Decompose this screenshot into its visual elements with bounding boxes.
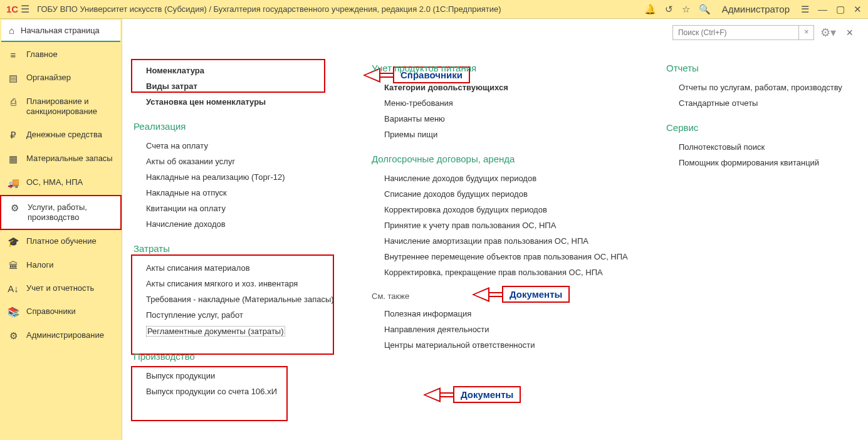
sidebar-item-label: Услуги, работы, производство <box>28 202 113 223</box>
sidebar-item-0[interactable]: ≡Главное <box>0 43 122 66</box>
sidebar-item-8[interactable]: 🏛Налоги <box>0 254 122 277</box>
column-1: НоменклатураВиды затратУстановка цен ном… <box>133 63 340 399</box>
home-label: Начальная страница <box>21 26 100 35</box>
col2-g0-link-0[interactable]: Категории довольствующихся <box>372 80 635 95</box>
sidebar-item-4[interactable]: ▦Материальные запасы <box>0 147 122 171</box>
column-3: ОтчетыОтчеты по услугам, работам, произв… <box>666 63 868 399</box>
col2-g2-link-1[interactable]: Направления деятельности <box>372 322 635 337</box>
sidebar-item-label: Платное обучение <box>26 236 97 246</box>
sidebar-item-label: Справочники <box>26 306 76 317</box>
sidebar-item-icon: 🎓 <box>8 236 19 248</box>
col3-g1-title: Сервис <box>666 122 868 133</box>
minimize-icon[interactable]: — <box>818 4 827 14</box>
user-label[interactable]: Администратор <box>722 4 790 14</box>
sidebar-item-1[interactable]: ▤Органайзер <box>0 66 122 90</box>
home-link[interactable]: ⌂ Начальная страница <box>1 20 120 42</box>
col1-g2-link-1[interactable]: Акты списания мягкого и хоз. инвентаря <box>133 276 340 291</box>
col3-g0-title: Отчеты <box>666 63 868 73</box>
col1-g2-link-4[interactable]: Регламентные документы (затраты) <box>133 323 340 340</box>
col1-g1-link-0[interactable]: Счета на оплату <box>133 138 340 154</box>
hamburger-icon[interactable]: ☰ <box>21 3 29 15</box>
sidebar-item-label: Материальные запасы <box>26 154 113 164</box>
col2-g2-link-2[interactable]: Центры материальной ответственности <box>372 337 635 353</box>
col1-g0-link-1[interactable]: Виды затрат <box>133 78 340 94</box>
sidebar-item-label: Налоги <box>26 260 54 270</box>
sidebar-item-6[interactable]: ⚙Услуги, работы, производство <box>0 195 122 231</box>
col3-g1-link-1[interactable]: Помощник формирования квитанций <box>666 155 868 170</box>
sidebar-item-9[interactable]: A↓Учет и отчетность <box>0 277 122 300</box>
bell-icon[interactable]: 🔔 <box>644 4 656 15</box>
sidebar-item-icon: ₽ <box>8 130 19 141</box>
sidebar-item-10[interactable]: 📚Справочники <box>0 300 122 324</box>
col1-g1-title: Реализация <box>133 121 340 132</box>
col2-g0-link-1[interactable]: Меню-требования <box>372 95 635 111</box>
sidebar-item-icon: ▤ <box>8 73 19 84</box>
col2-g0-link-2[interactable]: Варианты меню <box>372 111 635 127</box>
content-area: × ⚙▾ × Справочники Документы Документы Н… <box>122 19 868 440</box>
logo-1c: 1C <box>6 4 18 14</box>
col1-g1-link-1[interactable]: Акты об оказании услуг <box>133 154 340 169</box>
col1-g1-link-3[interactable]: Накладные на отпуск <box>133 185 340 201</box>
col2-g1-link-2[interactable]: Корректировка доходов будущих периодов <box>372 202 635 217</box>
col2-g2-link-0[interactable]: Полезная информация <box>372 306 635 322</box>
col1-g3-link-0[interactable]: Выпуск продукции <box>133 368 340 384</box>
sidebar-item-label: Администрирование <box>26 330 104 340</box>
sidebar-item-icon: ⚙ <box>9 202 20 214</box>
col1-g2-link-2[interactable]: Требования - накладные (Материальные зап… <box>133 291 340 307</box>
sidebar-item-label: ОС, НМА, НПА <box>26 177 83 187</box>
col1-g2-title: Затраты <box>133 243 340 254</box>
sidebar-item-icon: A↓ <box>8 283 19 294</box>
sidebar-item-icon: ⚙ <box>8 330 19 342</box>
sidebar-item-label: Планирование и санкционирование <box>26 97 114 117</box>
col1-g2-link-3[interactable]: Поступление услуг, работ <box>133 307 340 323</box>
column-2: Учет продуктов питанияКатегории довольст… <box>372 63 635 399</box>
titlebar: 1C ☰ ГОБУ ВПО Университет искусств (Субс… <box>0 0 868 19</box>
search-box: × <box>672 25 815 40</box>
close-icon[interactable]: ✕ <box>854 4 862 15</box>
close-fn-icon[interactable]: × <box>842 26 857 39</box>
sidebar-item-5[interactable]: 🚚ОС, НМА, НПА <box>0 171 122 195</box>
col3-g1-link-0[interactable]: Полнотекстовый поиск <box>666 139 868 155</box>
col2-g1-link-5[interactable]: Внутреннее перемещение объектов прав пол… <box>372 249 635 265</box>
col2-g1-title: Долгосрочные договоры, аренда <box>372 154 635 164</box>
sidebar-item-icon: 🚚 <box>8 177 19 189</box>
history-icon[interactable]: ↺ <box>665 4 673 15</box>
sidebar-item-label: Денежные средства <box>26 130 102 140</box>
gear-icon[interactable]: ⚙▾ <box>818 26 839 39</box>
col1-g3-link-1[interactable]: Выпуск продукции со счета 106.хИ <box>133 384 340 399</box>
star-icon[interactable]: ☆ <box>682 4 690 15</box>
col2-g1-link-6[interactable]: Корректировка, прекращение прав пользова… <box>372 265 635 280</box>
col1-g1-link-5[interactable]: Начисление доходов <box>133 216 340 232</box>
sidebar-item-3[interactable]: ₽Денежные средства <box>0 123 122 147</box>
sidebar-item-icon: 📚 <box>8 306 19 318</box>
col1-g1-link-2[interactable]: Накладные на реализацию (Торг-12) <box>133 169 340 185</box>
window-title: ГОБУ ВПО Университет искусств (Субсидия)… <box>37 4 644 14</box>
maximize-icon[interactable]: ▢ <box>836 4 845 15</box>
col1-g2-link-0[interactable]: Акты списания материалов <box>133 260 340 276</box>
sidebar: ⌂ Начальная страница ≡Главное▤Органайзер… <box>0 19 122 440</box>
sidebar-item-7[interactable]: 🎓Платное обучение <box>0 230 122 254</box>
col2-g0-link-3[interactable]: Приемы пищи <box>372 127 635 142</box>
col3-g0-link-0[interactable]: Отчеты по услугам, работам, производству <box>666 80 868 95</box>
col1-g1-link-4[interactable]: Квитанции на оплату <box>133 201 340 216</box>
col2-g1-link-4[interactable]: Начисление амортизации прав пользования … <box>372 233 635 249</box>
sidebar-item-icon: ≡ <box>8 50 19 60</box>
sidebar-item-2[interactable]: ⎙Планирование и санкционирование <box>0 90 122 123</box>
col1-g0-link-2[interactable]: Установка цен номенклатуры <box>133 94 340 110</box>
search-clear-icon[interactable]: × <box>798 26 814 39</box>
col3-g0-link-1[interactable]: Стандартные отчеты <box>666 95 868 111</box>
col2-g1-link-0[interactable]: Начисление доходов будущих периодов <box>372 170 635 186</box>
menu-icon[interactable]: ☰ <box>801 4 809 15</box>
sidebar-item-11[interactable]: ⚙Администрирование <box>0 324 122 348</box>
sidebar-item-icon: 🏛 <box>8 260 19 271</box>
see-also-label: См. также <box>372 291 635 301</box>
col2-g1-link-3[interactable]: Принятие к учету прав пользования ОС, НП… <box>372 217 635 233</box>
col2-g0-title: Учет продуктов питания <box>372 63 635 73</box>
col2-g1-link-1[interactable]: Списание доходов будущих периодов <box>372 186 635 202</box>
sidebar-item-label: Главное <box>26 50 58 60</box>
search-icon[interactable]: 🔍 <box>699 4 711 15</box>
search-input[interactable] <box>673 26 798 39</box>
col1-g3-title: Производство <box>133 351 340 362</box>
sidebar-item-label: Учет и отчетность <box>26 283 94 293</box>
col1-g0-link-0[interactable]: Номенклатура <box>133 63 340 78</box>
